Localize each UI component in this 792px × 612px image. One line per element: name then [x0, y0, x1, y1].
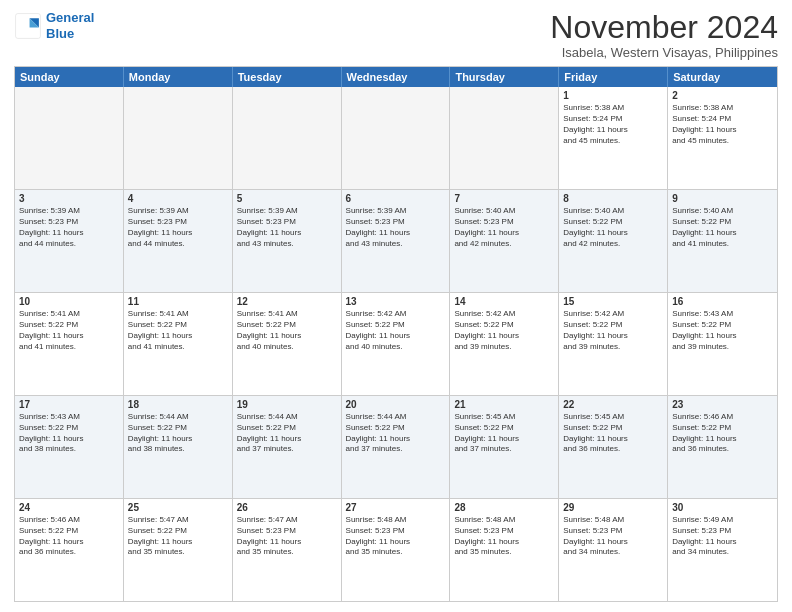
calendar-cell: 1Sunrise: 5:38 AM Sunset: 5:24 PM Daylig… — [559, 87, 668, 189]
day-info: Sunrise: 5:46 AM Sunset: 5:22 PM Dayligh… — [19, 515, 119, 558]
calendar-cell — [342, 87, 451, 189]
day-info: Sunrise: 5:42 AM Sunset: 5:22 PM Dayligh… — [454, 309, 554, 352]
day-number: 28 — [454, 502, 554, 513]
day-number: 30 — [672, 502, 773, 513]
calendar-header-cell: Wednesday — [342, 67, 451, 87]
day-info: Sunrise: 5:49 AM Sunset: 5:23 PM Dayligh… — [672, 515, 773, 558]
calendar-row: 3Sunrise: 5:39 AM Sunset: 5:23 PM Daylig… — [15, 190, 777, 293]
logo-icon — [14, 12, 42, 40]
calendar-cell: 4Sunrise: 5:39 AM Sunset: 5:23 PM Daylig… — [124, 190, 233, 292]
calendar-cell: 6Sunrise: 5:39 AM Sunset: 5:23 PM Daylig… — [342, 190, 451, 292]
day-info: Sunrise: 5:39 AM Sunset: 5:23 PM Dayligh… — [19, 206, 119, 249]
day-info: Sunrise: 5:40 AM Sunset: 5:23 PM Dayligh… — [454, 206, 554, 249]
calendar-cell: 11Sunrise: 5:41 AM Sunset: 5:22 PM Dayli… — [124, 293, 233, 395]
calendar-header-cell: Sunday — [15, 67, 124, 87]
day-info: Sunrise: 5:46 AM Sunset: 5:22 PM Dayligh… — [672, 412, 773, 455]
day-number: 10 — [19, 296, 119, 307]
day-number: 16 — [672, 296, 773, 307]
header: General Blue November 2024 Isabela, West… — [14, 10, 778, 60]
calendar-header-cell: Tuesday — [233, 67, 342, 87]
calendar-cell: 21Sunrise: 5:45 AM Sunset: 5:22 PM Dayli… — [450, 396, 559, 498]
day-number: 7 — [454, 193, 554, 204]
day-info: Sunrise: 5:44 AM Sunset: 5:22 PM Dayligh… — [128, 412, 228, 455]
calendar-header-cell: Monday — [124, 67, 233, 87]
day-info: Sunrise: 5:45 AM Sunset: 5:22 PM Dayligh… — [454, 412, 554, 455]
day-number: 23 — [672, 399, 773, 410]
day-number: 6 — [346, 193, 446, 204]
day-number: 20 — [346, 399, 446, 410]
calendar-cell: 28Sunrise: 5:48 AM Sunset: 5:23 PM Dayli… — [450, 499, 559, 601]
calendar-cell — [124, 87, 233, 189]
day-number: 18 — [128, 399, 228, 410]
calendar-cell: 26Sunrise: 5:47 AM Sunset: 5:23 PM Dayli… — [233, 499, 342, 601]
calendar-cell: 24Sunrise: 5:46 AM Sunset: 5:22 PM Dayli… — [15, 499, 124, 601]
title-area: November 2024 Isabela, Western Visayas, … — [550, 10, 778, 60]
day-info: Sunrise: 5:40 AM Sunset: 5:22 PM Dayligh… — [563, 206, 663, 249]
calendar-cell: 22Sunrise: 5:45 AM Sunset: 5:22 PM Dayli… — [559, 396, 668, 498]
day-number: 3 — [19, 193, 119, 204]
day-number: 29 — [563, 502, 663, 513]
day-number: 5 — [237, 193, 337, 204]
day-number: 21 — [454, 399, 554, 410]
month-title: November 2024 — [550, 10, 778, 45]
day-number: 19 — [237, 399, 337, 410]
day-info: Sunrise: 5:47 AM Sunset: 5:22 PM Dayligh… — [128, 515, 228, 558]
day-info: Sunrise: 5:45 AM Sunset: 5:22 PM Dayligh… — [563, 412, 663, 455]
calendar-row: 24Sunrise: 5:46 AM Sunset: 5:22 PM Dayli… — [15, 499, 777, 601]
day-info: Sunrise: 5:43 AM Sunset: 5:22 PM Dayligh… — [19, 412, 119, 455]
calendar-header: SundayMondayTuesdayWednesdayThursdayFrid… — [15, 67, 777, 87]
calendar-cell: 12Sunrise: 5:41 AM Sunset: 5:22 PM Dayli… — [233, 293, 342, 395]
calendar-cell: 7Sunrise: 5:40 AM Sunset: 5:23 PM Daylig… — [450, 190, 559, 292]
calendar-row: 1Sunrise: 5:38 AM Sunset: 5:24 PM Daylig… — [15, 87, 777, 190]
calendar-cell: 16Sunrise: 5:43 AM Sunset: 5:22 PM Dayli… — [668, 293, 777, 395]
day-info: Sunrise: 5:47 AM Sunset: 5:23 PM Dayligh… — [237, 515, 337, 558]
day-info: Sunrise: 5:48 AM Sunset: 5:23 PM Dayligh… — [346, 515, 446, 558]
day-number: 15 — [563, 296, 663, 307]
calendar-cell: 13Sunrise: 5:42 AM Sunset: 5:22 PM Dayli… — [342, 293, 451, 395]
calendar-cell — [15, 87, 124, 189]
calendar: SundayMondayTuesdayWednesdayThursdayFrid… — [14, 66, 778, 602]
calendar-header-cell: Thursday — [450, 67, 559, 87]
day-number: 26 — [237, 502, 337, 513]
calendar-cell: 18Sunrise: 5:44 AM Sunset: 5:22 PM Dayli… — [124, 396, 233, 498]
day-number: 9 — [672, 193, 773, 204]
calendar-cell: 19Sunrise: 5:44 AM Sunset: 5:22 PM Dayli… — [233, 396, 342, 498]
day-number: 22 — [563, 399, 663, 410]
calendar-cell: 15Sunrise: 5:42 AM Sunset: 5:22 PM Dayli… — [559, 293, 668, 395]
day-info: Sunrise: 5:39 AM Sunset: 5:23 PM Dayligh… — [128, 206, 228, 249]
day-info: Sunrise: 5:44 AM Sunset: 5:22 PM Dayligh… — [346, 412, 446, 455]
day-number: 25 — [128, 502, 228, 513]
day-info: Sunrise: 5:48 AM Sunset: 5:23 PM Dayligh… — [563, 515, 663, 558]
day-number: 8 — [563, 193, 663, 204]
day-number: 17 — [19, 399, 119, 410]
day-info: Sunrise: 5:38 AM Sunset: 5:24 PM Dayligh… — [672, 103, 773, 146]
calendar-cell: 29Sunrise: 5:48 AM Sunset: 5:23 PM Dayli… — [559, 499, 668, 601]
calendar-cell: 27Sunrise: 5:48 AM Sunset: 5:23 PM Dayli… — [342, 499, 451, 601]
day-info: Sunrise: 5:42 AM Sunset: 5:22 PM Dayligh… — [346, 309, 446, 352]
calendar-row: 10Sunrise: 5:41 AM Sunset: 5:22 PM Dayli… — [15, 293, 777, 396]
calendar-cell: 25Sunrise: 5:47 AM Sunset: 5:22 PM Dayli… — [124, 499, 233, 601]
calendar-cell — [233, 87, 342, 189]
calendar-body: 1Sunrise: 5:38 AM Sunset: 5:24 PM Daylig… — [15, 87, 777, 601]
day-info: Sunrise: 5:43 AM Sunset: 5:22 PM Dayligh… — [672, 309, 773, 352]
day-info: Sunrise: 5:41 AM Sunset: 5:22 PM Dayligh… — [237, 309, 337, 352]
calendar-cell: 30Sunrise: 5:49 AM Sunset: 5:23 PM Dayli… — [668, 499, 777, 601]
calendar-cell: 8Sunrise: 5:40 AM Sunset: 5:22 PM Daylig… — [559, 190, 668, 292]
logo-text: General Blue — [46, 10, 94, 41]
day-info: Sunrise: 5:40 AM Sunset: 5:22 PM Dayligh… — [672, 206, 773, 249]
day-number: 27 — [346, 502, 446, 513]
calendar-cell: 20Sunrise: 5:44 AM Sunset: 5:22 PM Dayli… — [342, 396, 451, 498]
day-info: Sunrise: 5:38 AM Sunset: 5:24 PM Dayligh… — [563, 103, 663, 146]
day-number: 4 — [128, 193, 228, 204]
day-info: Sunrise: 5:39 AM Sunset: 5:23 PM Dayligh… — [237, 206, 337, 249]
day-number: 12 — [237, 296, 337, 307]
calendar-cell — [450, 87, 559, 189]
day-number: 13 — [346, 296, 446, 307]
page: General Blue November 2024 Isabela, West… — [0, 0, 792, 612]
calendar-cell: 17Sunrise: 5:43 AM Sunset: 5:22 PM Dayli… — [15, 396, 124, 498]
calendar-cell: 2Sunrise: 5:38 AM Sunset: 5:24 PM Daylig… — [668, 87, 777, 189]
calendar-cell: 5Sunrise: 5:39 AM Sunset: 5:23 PM Daylig… — [233, 190, 342, 292]
day-info: Sunrise: 5:41 AM Sunset: 5:22 PM Dayligh… — [19, 309, 119, 352]
day-number: 1 — [563, 90, 663, 101]
day-number: 14 — [454, 296, 554, 307]
